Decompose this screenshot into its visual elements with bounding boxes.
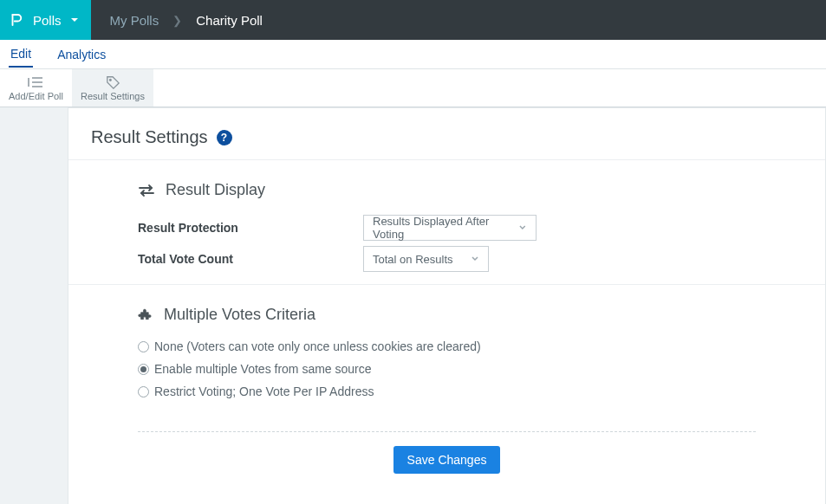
page-title: Result Settings [91,127,208,147]
tab-edit[interactable]: Edit [9,42,33,68]
section-title: Multiple Votes Criteria [164,306,315,324]
chevron-right-icon: ❯ [172,14,182,27]
chevron-down-icon [471,255,479,263]
section-multiple-votes: Multiple Votes Criteria None (Voters can… [68,284,825,414]
sub-nav: Edit Analytics [0,40,826,69]
breadcrumb-current: Charity Poll [196,13,263,28]
toolbar-result-settings[interactable]: Result Settings [72,69,153,107]
radio-option-none[interactable]: None (Voters can vote only once unless c… [138,339,756,353]
total-vote-select[interactable]: Total on Results [363,246,489,272]
top-bar: Polls My Polls ❯ Charity Poll [0,0,826,40]
toolbar: Add/Edit Poll Result Settings [0,69,826,107]
radio-label: None (Voters can vote only once unless c… [154,339,481,353]
breadcrumb-parent[interactable]: My Polls [110,13,159,28]
puzzle-icon [138,307,153,323]
save-button[interactable]: Save Changes [393,446,501,474]
section-result-display: Result Display Result Protection Results… [68,159,825,284]
svg-point-0 [109,79,111,81]
radio-label: Enable multiple Votes from same source [154,362,372,376]
radio-icon [138,341,149,352]
radio-icon [138,386,149,397]
radio-icon [138,364,149,375]
result-protection-select[interactable]: Results Displayed After Voting [363,215,537,241]
divider [138,431,756,432]
chevron-down-icon [518,223,527,232]
brand-menu[interactable]: Polls [0,0,91,40]
result-protection-label: Result Protection [138,221,363,235]
section-title: Result Display [166,181,265,199]
brand-label: Polls [33,13,62,28]
radio-option-restrict[interactable]: Restrict Voting; One Vote Per IP Address [138,384,756,398]
toolbar-add-edit-poll[interactable]: Add/Edit Poll [0,69,72,107]
caret-down-icon [70,16,79,24]
tab-analytics[interactable]: Analytics [55,42,107,67]
brand-logo-icon [9,12,24,28]
total-vote-value: Total on Results [373,253,453,266]
help-icon[interactable]: ? [217,130,232,145]
swap-icon [138,184,155,197]
radio-option-enable[interactable]: Enable multiple Votes from same source [138,362,756,376]
toolbar-result-settings-label: Result Settings [81,91,145,101]
radio-label: Restrict Voting; One Vote Per IP Address [154,384,374,398]
total-vote-label: Total Vote Count [138,252,363,266]
list-icon [27,75,44,89]
tag-icon [105,75,120,89]
result-protection-value: Results Displayed After Voting [373,215,518,241]
breadcrumb: My Polls ❯ Charity Poll [91,0,263,40]
toolbar-add-edit-label: Add/Edit Poll [9,91,63,101]
main-panel: Result Settings ? Result Display Result … [68,107,826,504]
